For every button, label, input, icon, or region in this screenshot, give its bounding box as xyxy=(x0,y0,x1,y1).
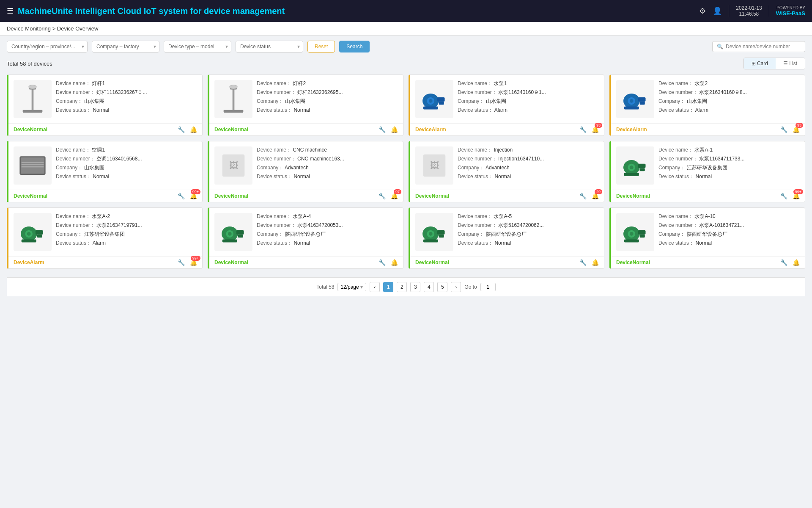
wrench-icon[interactable]: 🔧 xyxy=(379,126,386,133)
list-view-button[interactable]: ☰ List xyxy=(776,58,805,69)
device-status-select[interactable]: Device status xyxy=(236,41,303,52)
company-row: Company： Advantech xyxy=(458,164,599,171)
device-number-label: Device number： xyxy=(56,89,95,95)
page-2-button[interactable]: 2 xyxy=(397,282,407,292)
wrench-icon[interactable]: 🔧 xyxy=(178,259,185,266)
wrench-icon[interactable]: 🔧 xyxy=(579,193,587,199)
bell-icon[interactable]: 🔔 xyxy=(391,259,398,266)
bell-icon[interactable]: 🔔99+ xyxy=(190,193,197,199)
card-actions: 🔧 🔔29 xyxy=(579,193,599,199)
device-card[interactable]: Device name： 空调1 Device number： 空调116340… xyxy=(7,141,203,202)
bell-icon[interactable]: 🔔 xyxy=(391,126,398,133)
device-number-value: 水泵11634711733... xyxy=(699,156,744,162)
svg-rect-36 xyxy=(36,230,43,235)
device-number-row: Device number： 灯杆11163236267０... xyxy=(56,89,197,96)
goto-input[interactable] xyxy=(480,283,496,291)
bell-icon[interactable]: 🔔99+ xyxy=(190,259,197,266)
wrench-icon[interactable]: 🔧 xyxy=(379,193,386,199)
filter-bar: Country/region – province/... Company – … xyxy=(7,41,805,52)
settings-icon[interactable]: ⚙ xyxy=(699,6,706,16)
page-size-select[interactable]: 12/page xyxy=(337,283,366,291)
country-select[interactable]: Country/region – province/... xyxy=(7,41,88,52)
device-card[interactable]: Device name： 水泵A-2 Device number： 水泵2163… xyxy=(7,207,203,269)
reset-button[interactable]: Reset xyxy=(307,41,335,52)
card-footer: DeviceAlarm 🔧 🔔93 xyxy=(611,123,805,135)
device-search-input[interactable] xyxy=(726,44,801,50)
bell-icon[interactable]: 🔔93 xyxy=(793,126,800,133)
notification-badge: 93 xyxy=(796,123,803,128)
bell-icon[interactable]: 🔔 xyxy=(592,259,599,266)
page-1-button[interactable]: 1 xyxy=(383,282,393,292)
wrench-icon[interactable]: 🔧 xyxy=(579,259,587,266)
device-card[interactable]: 🖼 Device name： CNC machince Device numbe… xyxy=(208,141,403,202)
device-image xyxy=(415,80,453,118)
page-5-button[interactable]: 5 xyxy=(437,282,447,292)
device-status-value: Normal xyxy=(494,174,511,179)
svg-point-6 xyxy=(230,85,238,89)
device-card[interactable]: Device name： 灯杆2 Device number： 灯杆216323… xyxy=(208,75,403,136)
device-name-value: 水泵A-10 xyxy=(694,213,715,219)
menu-icon[interactable]: ☰ xyxy=(7,6,14,16)
page-4-button[interactable]: 4 xyxy=(424,282,434,292)
search-button[interactable]: Search xyxy=(339,41,370,52)
bell-icon[interactable]: 🔔99+ xyxy=(793,193,800,199)
wrench-icon[interactable]: 🔧 xyxy=(379,259,386,266)
device-type-select[interactable]: Device type – model xyxy=(164,41,231,52)
wrench-icon[interactable]: 🔧 xyxy=(178,193,185,199)
device-number-value: Injection16347110... xyxy=(498,156,544,162)
bell-icon[interactable]: 🔔 xyxy=(190,126,197,133)
device-name-value: 空调1 xyxy=(92,147,105,153)
page-3-button[interactable]: 3 xyxy=(410,282,420,292)
next-page-button[interactable]: › xyxy=(451,282,461,292)
svg-point-2 xyxy=(29,85,37,89)
device-name-value: CNC machince xyxy=(293,147,327,153)
device-status-row: Device status： Normal xyxy=(458,240,599,247)
bell-icon[interactable]: 🔔29 xyxy=(592,193,599,199)
bell-icon[interactable]: 🔔93 xyxy=(592,126,599,133)
card-body: Device name： 水泵A-1 Device number： 水泵1163… xyxy=(611,141,805,190)
company-value: 江苏研华设备集团 xyxy=(84,231,125,237)
wrench-icon[interactable]: 🔧 xyxy=(780,193,787,199)
device-status-row: Device status： Normal xyxy=(257,173,398,180)
device-name-row: Device name： 灯杆2 xyxy=(257,80,398,87)
card-info: Device name： 水泵A-1 Device number： 水泵1163… xyxy=(658,146,800,185)
wrench-icon[interactable]: 🔧 xyxy=(780,126,787,133)
device-name-label: Device name： xyxy=(458,213,492,219)
device-name-value: 水泵A-4 xyxy=(293,213,311,219)
wrench-icon[interactable]: 🔧 xyxy=(178,126,185,133)
card-view-button[interactable]: ⊞ Card xyxy=(744,58,776,69)
device-number-label: Device number： xyxy=(658,156,698,162)
card-body: Device name： 水泵A-10 Device number： 水泵A-1… xyxy=(611,208,805,256)
bell-icon[interactable]: 🔔97 xyxy=(391,193,398,199)
company-select[interactable]: Company – factory xyxy=(92,41,159,52)
device-card[interactable]: 🖼 Device name： Injection Device number： … xyxy=(409,141,604,202)
device-number-value: 水泵51634720062... xyxy=(498,222,543,228)
card-actions: 🔧 🔔97 xyxy=(379,193,398,199)
user-icon[interactable]: 👤 xyxy=(713,6,722,16)
device-card[interactable]: Device name： 水泵A-1 Device number： 水泵1163… xyxy=(609,141,805,202)
device-number-row: Device number： 水泵41634720053... xyxy=(257,222,398,229)
bell-icon[interactable]: 🔔 xyxy=(793,259,800,266)
svg-point-12 xyxy=(429,99,433,103)
device-card[interactable]: Device name： 灯杆1 Device number： 灯杆111632… xyxy=(7,75,203,136)
svg-rect-16 xyxy=(640,102,645,105)
device-card[interactable]: Device name： 水泵A-10 Device number： 水泵A-1… xyxy=(609,207,805,269)
prev-page-button[interactable]: ‹ xyxy=(370,282,380,292)
device-card[interactable]: Device name： 水泵A-4 Device number： 水泵4163… xyxy=(208,207,403,269)
card-actions: 🔧 🔔 xyxy=(780,259,800,266)
card-footer: DeviceNormal 🔧 🔔 xyxy=(410,256,604,268)
company-row: Company： 陕西研华设备总厂 xyxy=(257,231,398,238)
device-name-value: 水泵A-1 xyxy=(694,147,713,153)
device-number-row: Device number： 水泵116340160９1... xyxy=(458,89,599,96)
device-card[interactable]: Device name： 水泵1 Device number： 水泵116340… xyxy=(409,75,604,136)
device-name-label: Device name： xyxy=(56,147,91,153)
card-footer: DeviceNormal 🔧 🔔99+ xyxy=(611,190,805,202)
company-label: Company： xyxy=(658,165,685,171)
device-card[interactable]: Device name： 水泵A-5 Device number： 水泵5163… xyxy=(409,207,604,269)
device-number-row: Device number： 水泵11634711733... xyxy=(658,155,800,163)
device-number-label: Device number： xyxy=(56,156,95,162)
wrench-icon[interactable]: 🔧 xyxy=(780,259,787,266)
wrench-icon[interactable]: 🔧 xyxy=(579,126,587,133)
device-card[interactable]: Device name： 水泵2 Device number： 水泵216340… xyxy=(609,75,805,136)
device-name-row: Device name： 水泵1 xyxy=(458,80,599,87)
